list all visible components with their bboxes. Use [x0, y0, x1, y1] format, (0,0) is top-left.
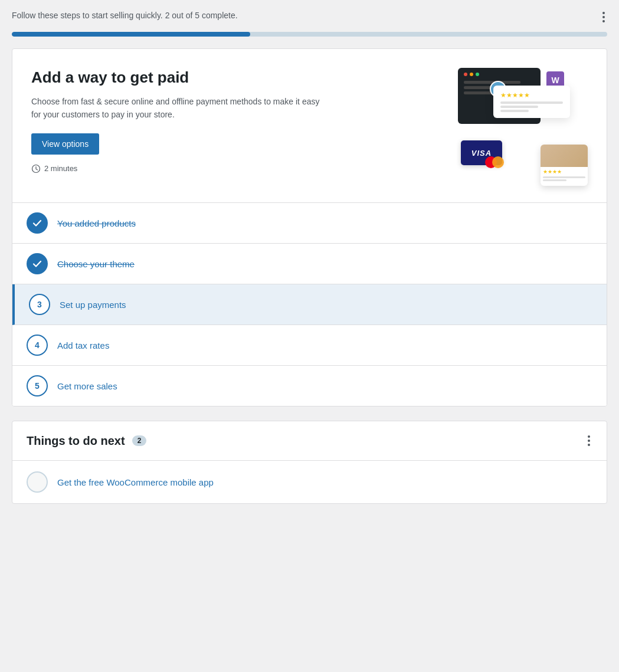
step-3-label: Set up payments — [60, 300, 126, 310]
step-row-3[interactable]: 3 Set up payments — [12, 284, 607, 325]
expanded-step-panel: Add a way to get paid Choose from fast &… — [12, 49, 607, 203]
illus-mastercard — [485, 156, 504, 168]
progress-bar-track — [12, 32, 607, 37]
things-header: Things to do next 2 — [12, 421, 607, 461]
step-row-2[interactable]: Choose your theme — [12, 244, 607, 284]
expanded-step-description: Choose from fast & secure online and off… — [31, 95, 326, 122]
things-item-1-icon — [27, 471, 48, 493]
payment-illustration: W ★★★★★ VISA — [458, 68, 588, 186]
step-4-label: Add tax rates — [57, 340, 109, 350]
top-more-button[interactable] — [600, 9, 607, 25]
illus-review-card: ★★★★★ — [493, 86, 570, 118]
step-4-number: 4 — [27, 335, 48, 356]
expanded-step-content: Add a way to get paid Choose from fast &… — [31, 68, 326, 173]
step-row-5[interactable]: 5 Get more sales — [12, 366, 607, 406]
things-title-wrap: Things to do next 2 — [27, 434, 146, 448]
top-bar: Follow these steps to start selling quic… — [12, 9, 607, 25]
step-2-label: Choose your theme — [57, 259, 135, 269]
step-row-4[interactable]: 4 Add tax rates — [12, 325, 607, 366]
step-3-number: 3 — [29, 294, 50, 315]
illus-stars: ★★★★★ — [500, 91, 563, 99]
main-steps-card: Add a way to get paid Choose from fast &… — [12, 48, 607, 407]
step-1-label: You added products — [57, 218, 136, 228]
things-to-do-card: Things to do next 2 Get the free WooComm… — [12, 421, 607, 504]
time-estimate: 2 minutes — [31, 164, 326, 173]
progress-bar-fill — [12, 32, 250, 37]
step-5-label: Get more sales — [57, 381, 117, 391]
expanded-step-title: Add a way to get paid — [31, 68, 326, 88]
step-2-check-icon — [27, 253, 48, 274]
things-more-button[interactable] — [585, 433, 592, 448]
clock-icon — [31, 164, 41, 173]
things-count-badge: 2 — [132, 435, 147, 446]
time-estimate-text: 2 minutes — [44, 164, 77, 173]
step-1-check-icon — [27, 212, 48, 234]
things-item-1[interactable]: Get the free WooCommerce mobile app — [12, 461, 607, 503]
things-title: Things to do next — [27, 434, 125, 448]
step-row-1[interactable]: You added products — [12, 203, 607, 244]
view-options-button[interactable]: View options — [31, 133, 99, 155]
progress-text: Follow these steps to start selling quic… — [12, 9, 238, 22]
things-item-1-link[interactable]: Get the free WooCommerce mobile app — [57, 477, 214, 487]
step-5-number: 5 — [27, 375, 48, 396]
illus-product-card: ★★★★ — [541, 145, 588, 186]
